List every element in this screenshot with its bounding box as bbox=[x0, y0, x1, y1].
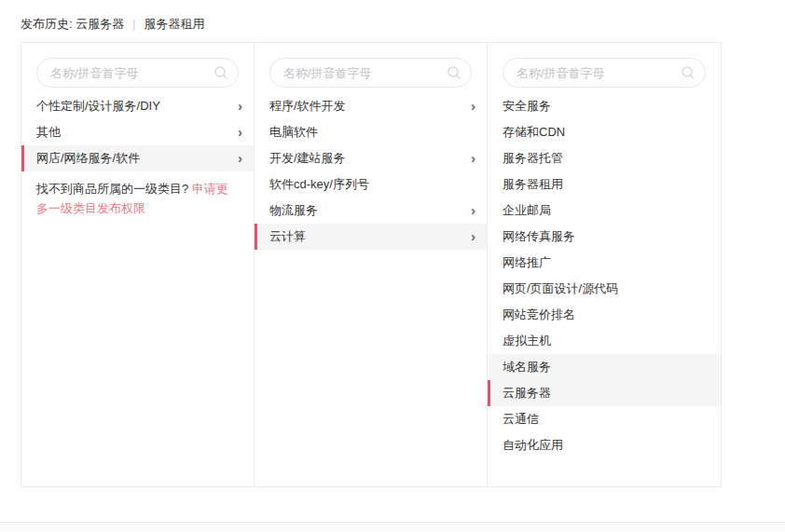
category-column-level3: 安全服务存储和CDN服务器托管服务器租用企业邮局网络传真服务网络推广网页/页面设… bbox=[488, 43, 721, 486]
chevron-right-icon: › bbox=[471, 224, 475, 250]
list-item[interactable]: 服务器托管 bbox=[488, 145, 721, 171]
item-label: 存储和CDN bbox=[503, 119, 565, 145]
search-input[interactable] bbox=[269, 58, 472, 88]
item-label: 电脑软件 bbox=[269, 119, 318, 145]
list-item[interactable]: 云服务器 bbox=[488, 380, 721, 406]
item-label: 云通信 bbox=[503, 406, 539, 432]
history-item-server-rental[interactable]: 服务器租用 bbox=[144, 17, 204, 31]
search-box bbox=[269, 58, 472, 88]
item-label: 安全服务 bbox=[503, 93, 551, 119]
item-label: 服务器租用 bbox=[503, 171, 563, 198]
list-item[interactable]: 安全服务 bbox=[488, 93, 721, 119]
history-separator: | bbox=[132, 18, 135, 31]
item-label: 自动化应用 bbox=[503, 432, 563, 458]
list-item[interactable]: 云通信 bbox=[488, 406, 721, 432]
history-label: 发布历史: bbox=[21, 17, 73, 31]
item-label: 企业邮局 bbox=[503, 198, 551, 224]
list-item[interactable]: 网页/页面设计/源代码 bbox=[488, 276, 721, 302]
item-label: 程序/软件开发 bbox=[269, 93, 346, 119]
search-input[interactable] bbox=[503, 58, 706, 88]
list-item[interactable]: 网站竞价排名 bbox=[488, 302, 721, 328]
chevron-right-icon: › bbox=[471, 93, 475, 119]
item-label: 域名服务 bbox=[503, 354, 551, 380]
list-item[interactable]: 开发/建站服务› bbox=[255, 145, 487, 171]
list-item[interactable]: 服务器租用 bbox=[488, 171, 721, 198]
list-item[interactable]: 其他› bbox=[21, 119, 254, 145]
list-item[interactable]: 个性定制/设计服务/DIY› bbox=[21, 93, 254, 119]
publish-history: 发布历史: 云服务器|服务器租用 bbox=[21, 16, 204, 33]
list-item[interactable]: 网络推广 bbox=[488, 250, 721, 276]
category-help: 找不到商品所属的一级类目? 申请更多一级类目发布权限 bbox=[21, 171, 254, 218]
category-list-level2: 程序/软件开发›电脑软件开发/建站服务›软件cd-key/序列号物流服务›云计算… bbox=[255, 93, 487, 250]
list-item[interactable]: 域名服务 bbox=[488, 354, 721, 380]
item-label: 物流服务 bbox=[269, 198, 318, 224]
list-item[interactable]: 网络传真服务 bbox=[488, 224, 721, 250]
item-label: 开发/建站服务 bbox=[269, 145, 346, 171]
category-list-level3: 安全服务存储和CDN服务器托管服务器租用企业邮局网络传真服务网络推广网页/页面设… bbox=[488, 93, 721, 458]
chevron-right-icon: › bbox=[238, 145, 242, 171]
item-label: 网店/网络服务/软件 bbox=[36, 145, 140, 171]
search-box bbox=[36, 58, 239, 88]
category-column-level2: 程序/软件开发›电脑软件开发/建站服务›软件cd-key/序列号物流服务›云计算… bbox=[255, 43, 488, 486]
item-label: 服务器托管 bbox=[503, 145, 563, 171]
category-column-level1: 个性定制/设计服务/DIY›其他›网店/网络服务/软件› 找不到商品所属的一级类… bbox=[21, 43, 255, 486]
list-item[interactable]: 存储和CDN bbox=[488, 119, 721, 145]
list-item[interactable]: 网店/网络服务/软件› bbox=[21, 145, 254, 171]
item-label: 个性定制/设计服务/DIY bbox=[36, 93, 160, 119]
list-item[interactable]: 自动化应用 bbox=[488, 432, 721, 458]
item-label: 网络传真服务 bbox=[503, 224, 575, 250]
list-item[interactable]: 企业邮局 bbox=[488, 198, 721, 224]
item-label: 云服务器 bbox=[503, 380, 551, 406]
item-label: 网站竞价排名 bbox=[503, 302, 575, 328]
chevron-right-icon: › bbox=[238, 119, 242, 145]
list-item[interactable]: 软件cd-key/序列号 bbox=[255, 171, 487, 198]
chevron-right-icon: › bbox=[471, 198, 475, 224]
item-label: 虚拟主机 bbox=[503, 328, 551, 354]
search-input[interactable] bbox=[36, 58, 239, 88]
chevron-right-icon: › bbox=[471, 145, 475, 171]
footer-divider bbox=[0, 522, 785, 532]
item-label: 软件cd-key/序列号 bbox=[269, 171, 369, 198]
item-label: 其他 bbox=[36, 119, 61, 145]
list-item[interactable]: 虚拟主机 bbox=[488, 328, 721, 354]
list-item[interactable]: 电脑软件 bbox=[255, 119, 487, 145]
list-item[interactable]: 云计算› bbox=[255, 224, 487, 250]
item-label: 网络推广 bbox=[503, 250, 551, 276]
item-label: 网页/页面设计/源代码 bbox=[503, 276, 618, 302]
list-item[interactable]: 物流服务› bbox=[255, 198, 487, 224]
chevron-right-icon: › bbox=[238, 93, 242, 119]
category-list-level1: 个性定制/设计服务/DIY›其他›网店/网络服务/软件› bbox=[21, 93, 254, 171]
list-item[interactable]: 程序/软件开发› bbox=[255, 93, 487, 119]
search-box bbox=[503, 58, 706, 88]
item-label: 云计算 bbox=[269, 224, 306, 250]
category-cascader: 个性定制/设计服务/DIY›其他›网店/网络服务/软件› 找不到商品所属的一级类… bbox=[21, 42, 722, 487]
help-text: 找不到商品所属的一级类目? bbox=[36, 182, 192, 196]
history-item-cloud-server[interactable]: 云服务器 bbox=[76, 17, 124, 31]
